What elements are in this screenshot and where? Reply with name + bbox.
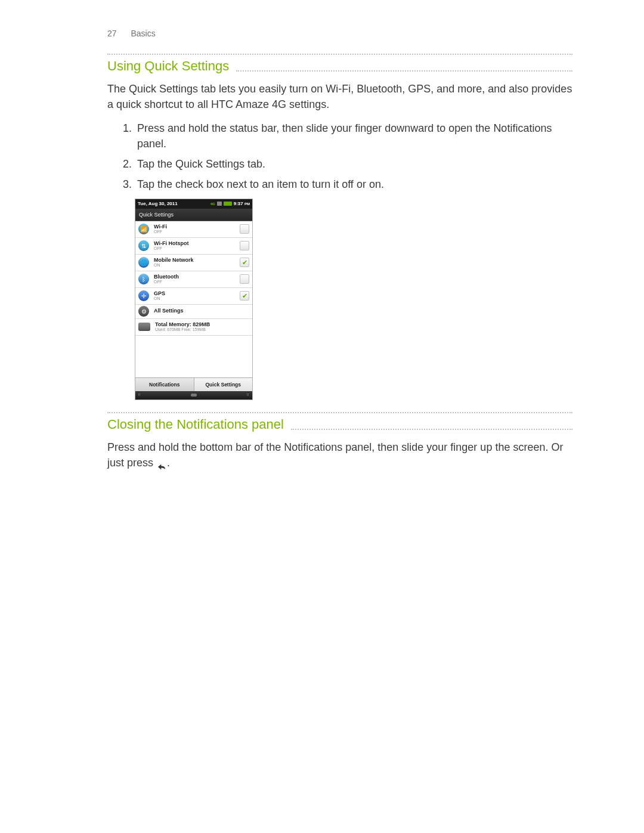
phone-empty-area bbox=[135, 336, 252, 377]
back-icon bbox=[156, 460, 167, 468]
intro-paragraph: The Quick Settings tab lets you easily t… bbox=[107, 81, 572, 112]
step-item: Press and hold the status bar, then slid… bbox=[135, 120, 572, 151]
closing-paragraph: Press and hold the bottom bar of the Not… bbox=[107, 439, 572, 470]
document-page: 27 Basics Using Quick Settings The Quick… bbox=[0, 0, 644, 833]
qs-state: ON bbox=[154, 263, 240, 267]
checkbox[interactable] bbox=[240, 224, 249, 234]
qs-state: OFF bbox=[154, 230, 240, 234]
qs-row-allsettings: ⚙ All Settings bbox=[135, 305, 252, 319]
divider bbox=[291, 419, 572, 430]
qs-row-wifi: 📶 Wi-Fi OFF bbox=[135, 221, 252, 238]
qs-state: ON bbox=[154, 296, 240, 301]
qs-row-memory: Total Memory: 829MB Used: 670MB Free: 15… bbox=[135, 319, 252, 336]
quick-settings-list: 📶 Wi-Fi OFF ⇅ Wi-Fi Hotspot OFF 🌐 Mobil bbox=[135, 221, 252, 336]
memory-detail: Used: 670MB Free: 159MB bbox=[155, 327, 249, 332]
step-item: Tap the check box next to an item to tur… bbox=[135, 176, 572, 192]
battery-icon bbox=[224, 202, 232, 206]
status-bar: Tue, Aug 30, 2011 4G 9:37 PM bbox=[135, 199, 252, 209]
closing-text-pre: Press and hold the bottom bar of the Not… bbox=[107, 441, 563, 469]
bluetooth-icon: ᛒ bbox=[138, 274, 149, 284]
qs-label: All Settings bbox=[154, 308, 249, 314]
checkbox[interactable] bbox=[240, 274, 249, 284]
qs-label: Bluetooth bbox=[154, 274, 240, 280]
qs-label: GPS bbox=[154, 291, 240, 296]
qs-row-hotspot: ⇅ Wi-Fi Hotspot OFF bbox=[135, 238, 252, 255]
tab-quick-settings[interactable]: Quick Settings bbox=[194, 378, 253, 391]
statusbar-time: 9:37 PM bbox=[234, 201, 250, 206]
qs-row-mobile: 🌐 Mobile Network ON ✔ bbox=[135, 255, 252, 271]
gear-icon: ⚙ bbox=[138, 306, 149, 317]
wifi-icon: 📶 bbox=[138, 224, 149, 234]
qs-row-gps: ✛ GPS ON ✔ bbox=[135, 288, 252, 305]
section-heading: Using Quick Settings bbox=[107, 58, 236, 74]
memory-icon bbox=[138, 323, 150, 331]
section-heading-wrap: Closing the Notifications panel bbox=[107, 412, 572, 433]
page-section: Basics bbox=[131, 29, 155, 38]
phone-bottom-bar: ⠿ ⠿ bbox=[135, 391, 252, 400]
globe-icon: 🌐 bbox=[138, 257, 149, 268]
steps-list: Press and hold the status bar, then slid… bbox=[107, 120, 572, 192]
memory-total: Total Memory: 829MB bbox=[155, 322, 249, 327]
section-heading-wrap: Using Quick Settings bbox=[107, 54, 572, 75]
qs-label: Wi-Fi bbox=[154, 224, 240, 230]
panel-title: Quick Settings bbox=[135, 209, 252, 221]
statusbar-date: Tue, Aug 30, 2011 bbox=[138, 201, 178, 206]
page-number: 27 bbox=[107, 29, 117, 38]
qs-state: OFF bbox=[154, 246, 240, 250]
qs-row-bluetooth: ᛒ Bluetooth OFF bbox=[135, 271, 252, 288]
checkbox[interactable]: ✔ bbox=[240, 258, 249, 267]
closing-text-post: . bbox=[167, 457, 170, 469]
phone-screenshot: Tue, Aug 30, 2011 4G 9:37 PM Quick Setti… bbox=[135, 199, 253, 400]
qs-label: Wi-Fi Hotspot bbox=[154, 241, 240, 246]
section-heading: Closing the Notifications panel bbox=[107, 417, 291, 432]
checkbox[interactable] bbox=[240, 241, 249, 250]
tab-notifications[interactable]: Notifications bbox=[135, 378, 194, 391]
handle-icon bbox=[191, 394, 197, 397]
qs-state: OFF bbox=[154, 280, 240, 284]
tab-bar: Notifications Quick Settings bbox=[135, 377, 252, 391]
divider bbox=[236, 61, 572, 72]
network-icon: 4G bbox=[210, 202, 215, 206]
gps-icon: ✛ bbox=[138, 290, 149, 301]
grip-icon: ⠿ bbox=[246, 393, 250, 398]
page-header: 27 Basics bbox=[107, 29, 572, 38]
signal-icon bbox=[217, 202, 222, 206]
hotspot-icon: ⇅ bbox=[138, 240, 149, 251]
qs-label: Mobile Network bbox=[154, 258, 240, 263]
checkbox[interactable]: ✔ bbox=[240, 291, 249, 301]
step-item: Tap the Quick Settings tab. bbox=[135, 156, 572, 172]
grip-icon: ⠿ bbox=[138, 393, 141, 398]
